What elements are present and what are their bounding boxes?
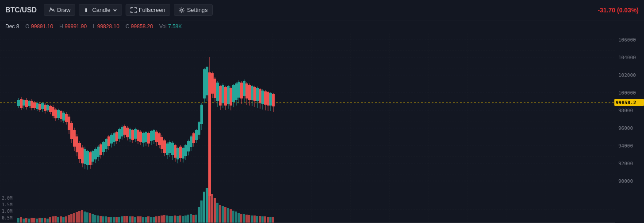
svg-rect-151 <box>195 130 198 140</box>
svg-rect-49 <box>60 111 62 119</box>
svg-rect-245 <box>107 217 110 223</box>
candle-button[interactable]: Candle <box>79 4 122 16</box>
svg-text:96000: 96000 <box>618 125 633 131</box>
ohlcv-close: C 99858.20 <box>126 23 153 30</box>
svg-rect-147 <box>190 136 192 147</box>
svg-rect-35 <box>41 103 44 109</box>
high-value: 99991.90 <box>65 23 87 30</box>
svg-rect-81 <box>102 142 105 152</box>
candle-icon <box>84 7 90 13</box>
svg-rect-288 <box>222 206 224 223</box>
svg-rect-243 <box>102 216 104 223</box>
svg-rect-111 <box>142 133 145 143</box>
svg-rect-255 <box>134 217 136 223</box>
svg-rect-249 <box>118 217 120 223</box>
svg-rect-279 <box>198 207 200 223</box>
svg-rect-103 <box>131 130 134 140</box>
svg-rect-230 <box>68 215 70 223</box>
svg-rect-169 <box>219 86 222 106</box>
svg-rect-280 <box>200 200 203 223</box>
svg-rect-222 <box>46 219 49 223</box>
svg-rect-149 <box>192 133 195 143</box>
svg-rect-237 <box>86 212 88 223</box>
svg-rect-217 <box>33 218 35 223</box>
svg-rect-235 <box>81 210 83 223</box>
svg-rect-85 <box>107 136 110 146</box>
svg-rect-141 <box>182 148 184 159</box>
svg-rect-244 <box>105 216 107 223</box>
svg-rect-59 <box>73 130 76 147</box>
svg-rect-173 <box>224 87 227 106</box>
svg-rect-39 <box>46 105 49 110</box>
svg-text:106000: 106000 <box>618 37 636 43</box>
svg-rect-61 <box>76 136 78 152</box>
svg-rect-232 <box>73 213 75 223</box>
svg-rect-41 <box>49 106 52 112</box>
svg-rect-67 <box>84 149 86 164</box>
svg-text:100000: 100000 <box>618 90 636 96</box>
svg-rect-125 <box>161 137 163 149</box>
fullscreen-button[interactable]: Fullscreen <box>126 4 170 16</box>
svg-text:102000: 102000 <box>618 72 636 78</box>
svg-rect-277 <box>192 215 195 223</box>
svg-rect-177 <box>230 88 232 106</box>
svg-rect-21 <box>23 100 25 106</box>
svg-rect-77 <box>97 147 100 157</box>
svg-rect-221 <box>44 218 46 223</box>
svg-rect-0 <box>85 8 87 12</box>
svg-rect-299 <box>251 215 253 223</box>
svg-rect-286 <box>216 203 218 223</box>
svg-rect-224 <box>52 216 54 223</box>
svg-rect-87 <box>110 135 113 144</box>
svg-rect-263 <box>155 216 157 223</box>
svg-rect-215 <box>28 219 30 223</box>
svg-rect-272 <box>179 215 181 223</box>
svg-rect-75 <box>94 149 97 159</box>
svg-rect-242 <box>100 216 102 223</box>
svg-rect-294 <box>238 213 240 223</box>
svg-rect-183 <box>238 82 240 98</box>
svg-rect-290 <box>227 208 229 223</box>
svg-rect-250 <box>121 216 123 223</box>
svg-rect-260 <box>147 216 150 223</box>
chart-container[interactable]: 106000 104000 102000 100000 98000 96000 … <box>0 33 644 223</box>
settings-button[interactable]: Settings <box>174 4 213 16</box>
svg-rect-298 <box>248 215 250 223</box>
svg-rect-266 <box>163 215 165 223</box>
svg-rect-51 <box>62 113 65 121</box>
svg-rect-234 <box>78 211 80 223</box>
svg-rect-257 <box>139 216 142 223</box>
ohlcv-date: Dec 8 <box>5 23 19 30</box>
svg-rect-305 <box>267 217 269 223</box>
svg-rect-25 <box>28 101 31 106</box>
svg-text:1.5M: 1.5M <box>2 202 12 207</box>
svg-rect-191 <box>248 85 251 100</box>
svg-rect-55 <box>68 117 70 130</box>
svg-rect-89 <box>113 133 115 142</box>
svg-rect-57 <box>70 123 73 139</box>
svg-rect-93 <box>118 129 121 139</box>
svg-rect-137 <box>176 148 179 159</box>
svg-rect-135 <box>174 145 176 158</box>
svg-rect-45 <box>54 110 57 118</box>
svg-rect-227 <box>60 216 62 223</box>
svg-rect-105 <box>134 129 137 139</box>
svg-rect-71 <box>89 152 92 165</box>
svg-rect-302 <box>259 216 261 223</box>
draw-button[interactable]: Draw <box>44 4 75 16</box>
svg-rect-226 <box>57 217 59 223</box>
svg-rect-240 <box>94 215 96 223</box>
candlestick-chart: 106000 104000 102000 100000 98000 96000 … <box>0 33 644 223</box>
svg-text:90000: 90000 <box>618 178 633 184</box>
svg-rect-43 <box>52 107 54 116</box>
svg-rect-171 <box>222 85 224 103</box>
svg-rect-193 <box>251 86 253 100</box>
svg-rect-185 <box>240 83 243 98</box>
svg-rect-203 <box>264 91 267 105</box>
svg-rect-47 <box>57 110 60 118</box>
svg-rect-101 <box>129 129 131 139</box>
svg-rect-211 <box>17 218 19 223</box>
settings-icon <box>179 7 185 13</box>
chevron-down-icon <box>113 8 117 12</box>
svg-rect-269 <box>171 216 173 223</box>
